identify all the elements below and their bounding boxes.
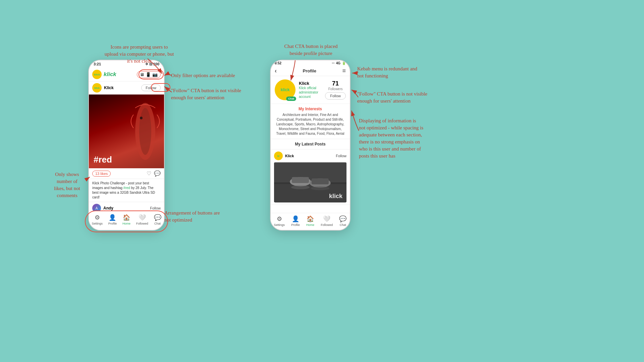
top-bar-left: klick klick 🖥 📱 📷 [89, 68, 164, 81]
follow-button-left[interactable]: Follow [141, 84, 161, 91]
svg-point-1 [139, 108, 151, 155]
annotation-filter-only: Only filter options are available [171, 72, 238, 79]
bottom-nav-right: ⚙ Settings 👤 Profile 🏠 Home 🤍 Followed 💬… [271, 213, 350, 230]
nav-chat-label-right: Chat [340, 223, 346, 227]
nav-home-left[interactable]: 🏠 Home [122, 214, 130, 225]
latest-posts-section: My Latest Posts [271, 139, 350, 149]
svg-rect-9 [312, 178, 329, 184]
post-meta: 13 likes ♡ 💬 [89, 168, 164, 179]
post-card-right: kl Klick Follow klick [271, 149, 350, 205]
follow-button-poster[interactable]: Follow [150, 206, 161, 210]
camera-icon[interactable]: 📷 [152, 72, 158, 77]
network-type: 4G [336, 61, 340, 65]
profile-subtitle: Klick official administratoraccount [299, 86, 322, 99]
svg-point-11 [311, 186, 329, 190]
avatar-wrap: klick Chat [275, 79, 296, 100]
nav-chat-right[interactable]: 💬 Chat [339, 215, 346, 227]
profile-name-right: Klick [299, 81, 322, 86]
logo-text-left: klick [104, 71, 116, 78]
nav-settings-right[interactable]: ⚙ Settings [274, 215, 285, 227]
annotation-follow-left: "Follow" CTA button is not visible enoug… [171, 87, 241, 101]
annotation-only-likes: Only showsnumber oflikes, but notcomment… [44, 171, 91, 199]
left-phone: 3:21 ✈ ⊟ 100 klick klick 🖥 📱 📷 klick Kli… [88, 60, 165, 231]
phone-icon[interactable]: 📱 [146, 72, 151, 77]
home-icon-right: 🏠 [307, 215, 314, 223]
followed-icon-left: 🤍 [139, 214, 146, 221]
nav-profile-left[interactable]: 👤 Profile [108, 214, 117, 225]
post-card-avatar: kl [274, 152, 283, 160]
post-card-name: Klick [285, 154, 333, 158]
nav-followed-label-right: Followed [321, 223, 333, 227]
svg-point-2 [140, 117, 143, 119]
post-card-follow-btn[interactable]: Follow [336, 154, 346, 158]
followers-col: 71 Followers Follow [325, 80, 346, 100]
nav-home-label-right: Home [306, 223, 314, 227]
nav-settings-left[interactable]: ⚙ Settings [92, 214, 103, 225]
nav-settings-label-right: Settings [274, 223, 285, 227]
nav-settings-label-left: Settings [92, 222, 103, 225]
upload-icons[interactable]: 🖥 📱 📷 [137, 71, 161, 78]
time-left: 3:21 [94, 62, 101, 66]
nav-chat-left[interactable]: 💬 Chat [154, 214, 161, 225]
fish-illustration [128, 98, 162, 165]
time-right: 8:52 [275, 61, 281, 65]
nav-profile-label-left: Profile [108, 222, 117, 225]
nav-followed-right[interactable]: 🤍 Followed [321, 215, 333, 227]
like-icon[interactable]: ♡ [147, 170, 151, 177]
profile-name-col: Klick Klick official administratoraccoun… [299, 81, 322, 99]
annotation-follow-right: "Follow" CTA button is not visibleenough… [357, 90, 436, 105]
interests-title: My Interests [275, 107, 346, 111]
follow-button-right[interactable]: Follow [325, 92, 346, 100]
nav-profile-label-right: Profile [291, 223, 300, 227]
interests-section: My Interests Architecture and Interior, … [271, 104, 350, 139]
svg-rect-8 [292, 177, 309, 183]
monitor-icon[interactable]: 🖥 [140, 72, 144, 77]
poster-name: Andy [103, 206, 148, 210]
dots-icon: ··· [332, 61, 334, 65]
latest-posts-title: My Latest Posts [275, 142, 346, 146]
logo-avatar-left: klick [92, 70, 102, 79]
interests-text: Architecture and Interior, Fine Art and … [275, 113, 346, 136]
username-left: Klick [104, 85, 114, 90]
annotation-displaying-info: Displaying of information isnot optimize… [359, 117, 453, 160]
home-icon-left: 🏠 [123, 214, 130, 221]
followers-stats: 71 Followers [328, 80, 343, 91]
annotation-arrangement: Arrangement of buttons arenot optimized [164, 209, 231, 224]
post-card-image: klick [274, 162, 346, 202]
profile-icon-right: 👤 [292, 215, 299, 223]
svg-point-10 [291, 185, 310, 189]
profile-icon-left: 👤 [109, 214, 116, 221]
followed-icon-right: 🤍 [323, 215, 330, 223]
post-action-icons[interactable]: ♡ 💬 [147, 170, 161, 177]
annotation-kebab: Kebab menu is redundant andnot functioni… [357, 65, 436, 79]
bottom-nav-left: ⚙ Settings 👤 Profile 🏠 Home 🤍 Followed 💬… [89, 211, 164, 230]
profile-info-row: klick Chat Klick Klick official administ… [271, 76, 350, 104]
profile-header-right: ‹ Profile ≡ [271, 66, 350, 76]
settings-icon-left: ⚙ [95, 214, 100, 221]
battery-icon: 🔋 [342, 61, 346, 65]
nav-chat-label-left: Chat [154, 222, 161, 225]
kebab-menu-icon[interactable]: ≡ [342, 67, 346, 74]
signal-group-right: ··· 4G 🔋 [332, 61, 346, 65]
post-watermark: klick [329, 193, 342, 200]
hashtag-text: #red [89, 151, 117, 168]
settings-icon-right: ⚙ [277, 215, 282, 223]
post-body: Klick Photo Challenge - post your best i… [89, 179, 164, 202]
nav-home-right[interactable]: 🏠 Home [306, 215, 314, 227]
annotation-chat-cta: Chat CTA button is placedbeside profile … [276, 43, 346, 57]
followers-label: Followers [328, 87, 343, 91]
chat-icon-left: 💬 [154, 214, 161, 221]
right-phone: 8:52 ··· 4G 🔋 ‹ Profile ≡ klick Chat Kli… [270, 60, 351, 231]
nav-home-label-left: Home [122, 222, 130, 225]
comment-icon[interactable]: 💬 [154, 170, 161, 177]
followers-count: 71 [332, 80, 339, 87]
profile-title: Profile [277, 68, 342, 73]
hero-image-left: #red [89, 95, 165, 168]
chat-icon-right: 💬 [339, 215, 346, 223]
post-card-header: kl Klick Follow [274, 152, 346, 160]
nav-followed-left[interactable]: 🤍 Followed [136, 214, 148, 225]
status-bar-right: 8:52 ··· 4G 🔋 [271, 60, 350, 66]
nav-profile-right[interactable]: 👤 Profile [291, 215, 300, 227]
chat-badge[interactable]: Chat [286, 97, 296, 101]
user-avatar-left: klick [92, 83, 102, 93]
